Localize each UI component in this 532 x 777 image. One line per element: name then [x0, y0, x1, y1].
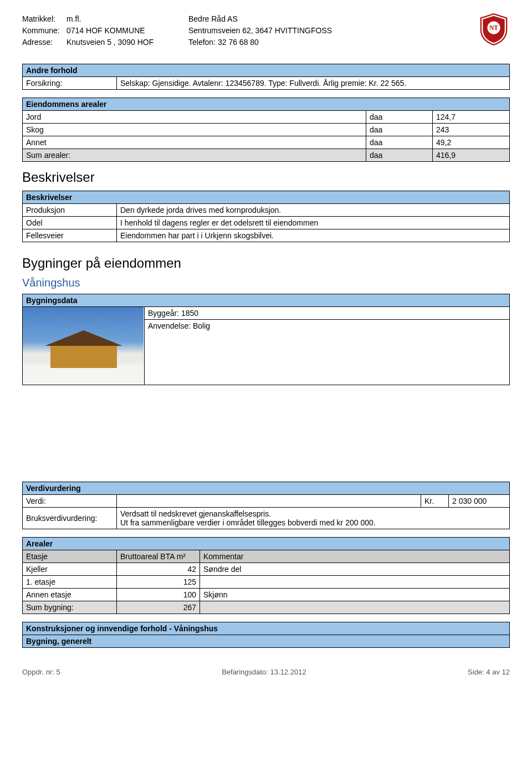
etasje-sum-cell: Sum bygning:	[23, 601, 117, 614]
konstruksjoner-table: Konstruksjoner og innvendige forhold - V…	[22, 622, 510, 648]
areal-unit: daa	[366, 136, 433, 149]
beskrivelse-label: Produksjon	[23, 204, 117, 217]
areal-label: Annet	[23, 136, 366, 149]
table-row: Skog daa 243	[23, 124, 510, 136]
beskrivelse-label: Odel	[23, 217, 117, 229]
areal-value: 243	[433, 124, 510, 136]
beskrivelse-value: Eiendommen har part i i Urkjenn skogsbil…	[117, 229, 510, 242]
areal-label: Skog	[23, 124, 366, 136]
beskrivelser-title: Beskrivelser	[23, 191, 510, 204]
konstruksjoner-sub: Bygning, generelt	[23, 635, 510, 648]
arealer-col-bta: Bruttoareal BTA m²	[117, 550, 200, 563]
kommentar-sum-cell	[200, 601, 510, 614]
header-left: Matrikkel: m.fl. Kommune: 0714 HOF KOMMU…	[22, 13, 188, 48]
bygninger-heading: Bygninger på eiendommen	[22, 255, 510, 271]
beskrivelse-label: Fellesveier	[23, 229, 117, 242]
beskrivelse-value: I henhold til dagens regler er det odels…	[117, 217, 510, 229]
bta-cell: 42	[117, 563, 200, 576]
header-mid: Bedre Råd AS Sentrumsveien 62, 3647 HVIT…	[188, 13, 478, 48]
beskrivelser-table: Beskrivelser Produksjon Den dyrkede jord…	[22, 191, 510, 242]
etasje-cell: Annen etasje	[23, 589, 117, 601]
arealer-table: Arealer Etasje Bruttoareal BTA m² Kommen…	[22, 537, 510, 614]
kommentar-cell: Skjønn	[200, 589, 510, 601]
adresse-value: Knutsveien 5 , 3090 HOF	[66, 37, 154, 48]
table-row: Bruksverdivurdering: Verdsatt til nedskr…	[23, 508, 510, 529]
etasje-cell: Kjeller	[23, 563, 117, 576]
adresse-label: Adresse:	[22, 37, 66, 48]
logo-icon: NT	[478, 13, 510, 45]
andre-forhold-table: Andre forhold Forsikring: Selskap: Gjens…	[22, 64, 510, 90]
bygning-photo	[23, 307, 145, 385]
verdi-label: Verdi:	[23, 495, 117, 508]
anvendelse-value: Anvendelse: Bolig	[145, 320, 510, 385]
table-row: Fellesveier Eiendommen har part i i Urkj…	[23, 229, 510, 242]
bta-cell: 100	[117, 589, 200, 601]
bta-cell: 125	[117, 576, 200, 589]
bruksverdi-value: Verdsatt til nedskrevet gjenanskaffelses…	[117, 508, 510, 529]
verdivurdering-title: Verdivurdering	[23, 482, 510, 495]
verdivurdering-table: Verdivurdering Verdi: Kr. 2 030 000 Bruk…	[22, 482, 510, 529]
bygningsdata-title: Bygningsdata	[23, 294, 510, 307]
kommune-value: 0714 HOF KOMMUNE	[66, 25, 145, 37]
byggear-value: Byggeår: 1850	[145, 307, 510, 320]
footer-right: Side: 4 av 12	[468, 668, 510, 676]
table-row: Odel I henhold til dagens regler er det …	[23, 217, 510, 229]
bygningsdata-table: Bygningsdata Byggeår: 1850 Anvendelse: B…	[22, 294, 510, 385]
kommentar-cell: Søndre del	[200, 563, 510, 576]
forsikring-label: Forsikring:	[23, 77, 117, 90]
footer-mid: Befaringsdato: 13.12.2012	[222, 668, 306, 676]
table-row: Kjeller 42 Søndre del	[23, 563, 510, 576]
areal-sum-value: 416,9	[433, 149, 510, 162]
eiendommens-arealer-title: Eiendommens arealer	[23, 98, 510, 111]
svg-text:NT: NT	[489, 24, 498, 32]
andre-forhold-title: Andre forhold	[23, 64, 510, 77]
beskrivelser-heading: Beskrivelser	[22, 170, 510, 185]
verdi-amount: 2 030 000	[449, 495, 510, 508]
table-row: Jord daa 124,7	[23, 111, 510, 124]
footer-left: Oppdr. nr: 5	[22, 668, 60, 676]
verdi-currency: Kr.	[421, 495, 449, 508]
areal-sum-label: Sum arealer:	[23, 149, 366, 162]
page-header: Matrikkel: m.fl. Kommune: 0714 HOF KOMMU…	[22, 13, 510, 48]
arealer-col-etasje: Etasje	[23, 550, 117, 563]
konstruksjoner-title: Konstruksjoner og innvendige forhold - V…	[23, 622, 510, 635]
company-name: Bedre Råd AS	[188, 13, 478, 25]
company-address: Sentrumsveien 62, 3647 HVITTINGFOSS	[188, 25, 478, 37]
eiendommens-arealer-table: Eiendommens arealer Jord daa 124,7 Skog …	[22, 98, 510, 162]
table-row: Annen etasje 100 Skjønn	[23, 589, 510, 601]
arealer-col-kommentar: Kommentar	[200, 550, 510, 563]
areal-value: 49,2	[433, 136, 510, 149]
table-row: Produksjon Den dyrkede jorda drives med …	[23, 204, 510, 217]
areal-unit: daa	[366, 111, 433, 124]
beskrivelse-value: Den dyrkede jorda drives med kornproduks…	[117, 204, 510, 217]
kommune-label: Kommune:	[22, 25, 66, 37]
bruksverdi-label: Bruksverdivurdering:	[23, 508, 117, 529]
table-sum-row: Sum bygning: 267	[23, 601, 510, 614]
areal-label: Jord	[23, 111, 366, 124]
company-phone: Telefon: 32 76 68 80	[188, 37, 478, 48]
matrikkel-label: Matrikkel:	[22, 13, 66, 25]
table-sum-row: Sum arealer: daa 416,9	[23, 149, 510, 162]
bta-sum-cell: 267	[117, 601, 200, 614]
matrikkel-value: m.fl.	[66, 13, 81, 25]
vaningshus-heading: Våningshus	[22, 277, 510, 289]
table-row: 1. etasje 125	[23, 576, 510, 589]
arealer-title: Arealer	[23, 538, 510, 550]
etasje-cell: 1. etasje	[23, 576, 117, 589]
forsikring-value: Selskap: Gjensidige. Avtalenr: 123456789…	[117, 77, 510, 90]
page-footer: Oppdr. nr: 5 Befaringsdato: 13.12.2012 S…	[22, 664, 510, 676]
table-row: Annet daa 49,2	[23, 136, 510, 149]
areal-value: 124,7	[433, 111, 510, 124]
table-row: Verdi: Kr. 2 030 000	[23, 495, 510, 508]
kommentar-cell	[200, 576, 510, 589]
areal-unit: daa	[366, 124, 433, 136]
areal-sum-unit: daa	[366, 149, 433, 162]
